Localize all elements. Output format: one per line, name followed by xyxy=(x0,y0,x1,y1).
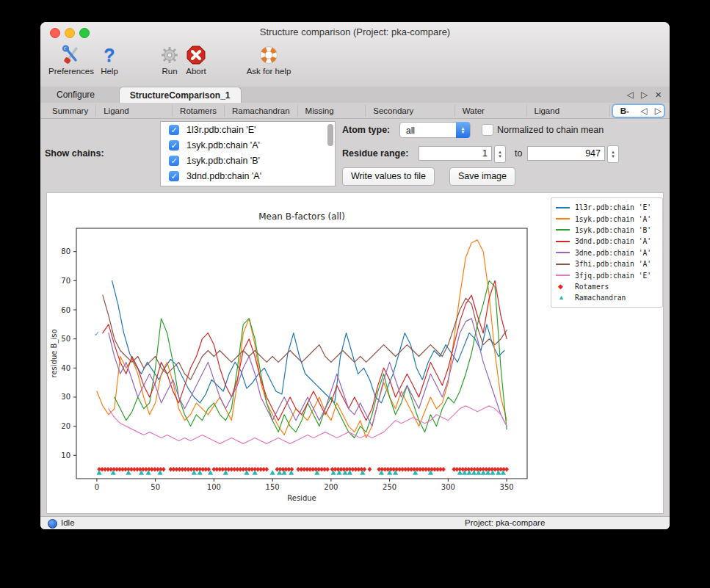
legend-line-swatch xyxy=(556,252,570,253)
svg-text:residue B_iso: residue B_iso xyxy=(50,329,59,377)
chain-list[interactable]: 1l3r.pdb:chain 'E'1syk.pdb:chain 'A'1syk… xyxy=(160,121,336,186)
sub-tab-ramachandran[interactable]: Ramachandran xyxy=(225,105,298,117)
atom-type-select[interactable]: all ▲▼ xyxy=(399,122,471,138)
legend-line-swatch xyxy=(556,218,570,219)
run-button[interactable]: Run xyxy=(156,44,183,76)
legend-item: ▲Ramachandran xyxy=(556,292,658,303)
chain-label: 1syk.pdb:chain 'A' xyxy=(186,140,260,150)
toolbar-label: Help xyxy=(98,67,121,76)
help-button[interactable]: ? Help xyxy=(98,44,121,76)
svg-text:50: 50 xyxy=(61,335,70,343)
residue-to-input[interactable] xyxy=(527,146,605,161)
chain-label: 3dnd.pdb:chain 'A' xyxy=(186,171,261,181)
legend-item: 3dnd.pdb:chain 'A' xyxy=(556,236,658,247)
chain-checkbox[interactable] xyxy=(169,156,179,166)
legend-item: 1syk.pdb:chain 'B' xyxy=(556,225,658,236)
legend-line-swatch xyxy=(556,264,570,265)
legend-line-swatch xyxy=(556,229,570,231)
sub-tab-ligand-information[interactable]: Ligand information xyxy=(527,105,610,117)
atom-type-value: all xyxy=(406,126,415,136)
legend-item: 3dne.pdb:chain 'A' xyxy=(556,247,658,258)
chain-list-item[interactable]: 1syk.pdb:chain 'A' xyxy=(161,137,335,153)
residue-from-stepper[interactable]: ▴▾ xyxy=(494,145,506,163)
preferences-button[interactable]: Preferences xyxy=(46,44,96,76)
status-project: Project: pka-compare xyxy=(465,518,545,527)
status-text: Idle xyxy=(61,518,75,527)
svg-text:40: 40 xyxy=(61,364,70,372)
svg-text:300: 300 xyxy=(441,483,455,491)
svg-text:60: 60 xyxy=(61,306,70,314)
main-tab-structurecomparison-1[interactable]: StructureComparison_1 xyxy=(119,87,242,104)
sub-tab-summary[interactable]: Summary xyxy=(45,105,96,117)
legend-line-swatch xyxy=(556,207,570,208)
legend-label: 3fjq.pdb:chain 'E' xyxy=(575,272,651,280)
svg-text:50: 50 xyxy=(151,483,160,491)
legend-item: 1syk.pdb:chain 'A' xyxy=(556,213,658,224)
tools-icon xyxy=(46,44,96,66)
chain-list-item[interactable]: 1l3r.pdb:chain 'E' xyxy=(161,122,335,137)
subtab-scroll-left-icon[interactable] xyxy=(637,103,651,119)
tab-scroll-right-icon[interactable] xyxy=(637,87,651,104)
tab-close-icon[interactable] xyxy=(651,87,665,104)
subtab-scroll-right-icon[interactable] xyxy=(651,103,665,119)
sub-tab-water-locations[interactable]: Water locations xyxy=(455,105,527,117)
normalized-checkbox[interactable] xyxy=(482,124,493,136)
sub-tab-ligand-summary[interactable]: Ligand summary xyxy=(96,105,173,117)
sub-tab-rotamers[interactable]: Rotamers xyxy=(173,105,225,117)
svg-text:0: 0 xyxy=(95,483,99,491)
legend-label: 3dnd.pdb:chain 'A' xyxy=(575,237,651,245)
combo-chevrons-icon: ▲▼ xyxy=(456,122,470,138)
legend-label: 3dne.pdb:chain 'A' xyxy=(575,249,651,257)
legend-label: Rotamers xyxy=(575,283,609,291)
legend-line-swatch xyxy=(556,275,570,276)
main-tab-configure[interactable]: Configure xyxy=(46,87,105,103)
status-bar: Idle Project: pka-compare xyxy=(40,516,670,529)
sub-tab-bar: SummaryLigand summaryRotamersRamachandra… xyxy=(40,103,670,119)
svg-text:100: 100 xyxy=(207,483,221,491)
diamond-marker-icon: ◆ xyxy=(558,283,563,290)
svg-text:150: 150 xyxy=(266,483,280,491)
residue-range-label: Residue range: xyxy=(342,148,408,159)
toolbar-label: Ask for help xyxy=(240,67,297,76)
window-title: Structure comparison (Project: pka-compa… xyxy=(40,26,670,37)
svg-text:200: 200 xyxy=(324,483,338,491)
chain-list-item[interactable]: 1syk.pdb:chain 'B' xyxy=(161,153,335,168)
svg-text:70: 70 xyxy=(61,277,70,285)
range-to-word: to xyxy=(515,148,522,159)
toolbar-label: Run xyxy=(156,67,183,76)
svg-text:350: 350 xyxy=(500,483,514,491)
abort-button[interactable]: Abort xyxy=(181,44,211,76)
app-window: Structure comparison (Project: pka-compa… xyxy=(40,22,670,529)
legend-item: 1l3r.pdb:chain 'E' xyxy=(556,202,658,213)
legend-label: 3fhi.pdb:chain 'A' xyxy=(575,260,651,268)
sub-tab-missing-atoms[interactable]: Missing atoms xyxy=(298,105,366,117)
chain-list-item[interactable]: 3dnd.pdb:chain 'A' xyxy=(161,168,335,184)
lifebuoy-icon xyxy=(240,44,297,66)
chain-checkbox[interactable] xyxy=(169,140,179,150)
svg-text:80: 80 xyxy=(61,247,70,255)
residue-from-input[interactable] xyxy=(419,146,492,161)
legend-item: 3fjq.pdb:chain 'E' xyxy=(556,269,658,280)
legend-label: 1syk.pdb:chain 'A' xyxy=(575,215,651,223)
legend-label: Ramachandran xyxy=(575,294,626,302)
write-values-button[interactable]: Write values to file xyxy=(342,167,435,186)
chain-list-scrollbar[interactable] xyxy=(327,124,333,146)
sub-tab-secondary-structure[interactable]: Secondary structure xyxy=(366,105,454,117)
atom-type-label: Atom type: xyxy=(342,125,390,135)
legend-item: ◆Rotamers xyxy=(556,281,658,292)
question-mark-icon: ? xyxy=(98,44,121,66)
legend-label: 1l3r.pdb:chain 'E' xyxy=(575,203,651,211)
save-image-button[interactable]: Save image xyxy=(449,167,515,186)
tab-scroll-left-icon[interactable] xyxy=(623,87,637,104)
chain-checkbox[interactable] xyxy=(169,125,179,135)
svg-text:10: 10 xyxy=(61,451,70,460)
svg-text:✓: ✓ xyxy=(94,330,100,338)
status-dot-icon xyxy=(48,519,57,529)
stop-x-icon xyxy=(181,44,211,66)
ask-for-help-button[interactable]: Ask for help xyxy=(240,44,297,76)
chart-legend: 1l3r.pdb:chain 'E'1syk.pdb:chain 'A'1syk… xyxy=(551,197,663,308)
residue-to-stepper[interactable]: ▴▾ xyxy=(607,145,619,163)
chain-checkbox[interactable] xyxy=(169,171,179,181)
desktop-background: Structure comparison (Project: pka-compa… xyxy=(0,0,710,588)
chart-panel: 0501001502002503003501020304050607080Mea… xyxy=(46,192,664,514)
